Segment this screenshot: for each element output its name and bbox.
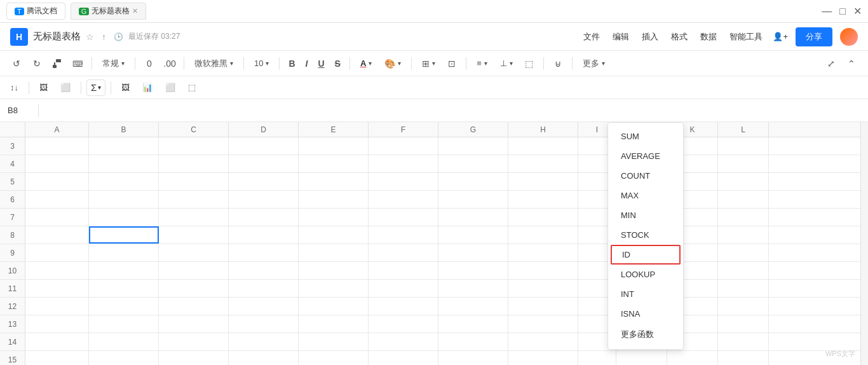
cell-a8[interactable] [25,226,89,244]
search-replace-button[interactable]: ⬚ [183,79,201,97]
col-header-l[interactable]: L [718,122,769,137]
cell-l11[interactable] [718,280,769,297]
align-h-dropdown[interactable]: ≡ ▾ [471,55,492,72]
cell-b6[interactable] [89,191,159,208]
cell-a4[interactable] [25,155,89,172]
col-header-a[interactable]: A [25,122,89,137]
browser-tab-2[interactable]: G 无标题表格 ✕ [71,3,147,20]
cell-g11[interactable] [438,280,508,297]
insert-link-button[interactable]: ⬜ [160,79,180,97]
cell-d5[interactable] [229,173,299,190]
cell-f7[interactable] [369,209,438,226]
cell-g12[interactable] [438,298,508,315]
dropdown-item-stock[interactable]: STOCK [608,225,683,245]
cell-c15[interactable] [159,351,229,365]
row-number-7[interactable]: 7 [0,209,25,226]
menu-edit[interactable]: 编辑 [613,31,629,43]
cell-f3[interactable] [369,137,438,155]
cell-a9[interactable] [25,244,89,261]
cell-l14[interactable] [718,333,769,350]
decimal-increase-button[interactable]: .00 [161,55,179,72]
sigma-dropdown[interactable]: Σ ▾ [86,79,105,96]
cell-l4[interactable] [718,155,769,172]
row-number-11[interactable]: 11 [0,280,25,297]
cell-d13[interactable] [229,315,299,333]
cell-i15[interactable] [578,351,616,365]
avatar[interactable] [840,28,858,46]
more-dropdown[interactable]: 更多 ▾ [578,55,610,72]
cell-b14[interactable] [89,333,159,350]
col-header-h[interactable]: H [508,122,578,137]
strikethrough-button[interactable]: S [331,55,344,72]
cell-e14[interactable] [299,333,369,350]
cell-a14[interactable] [25,333,89,350]
cell-c8[interactable] [159,226,229,244]
font-color-dropdown[interactable]: A ▾ [355,55,377,72]
cell-e3[interactable] [299,137,369,155]
dropdown-item-lookup[interactable]: LOOKUP [608,265,683,284]
underline-button[interactable]: U [314,55,328,72]
cell-h12[interactable] [508,298,578,315]
dropdown-item-count[interactable]: COUNT [608,166,683,186]
cell-b3[interactable] [89,137,159,155]
cell-a10[interactable] [25,262,89,279]
menu-data[interactable]: 数据 [700,31,717,43]
cell-c9[interactable] [159,244,229,261]
dropdown-item-id[interactable]: ID [611,245,681,265]
cell-f10[interactable] [369,262,438,279]
cell-h7[interactable] [508,209,578,226]
cell-h6[interactable] [508,191,578,208]
cell-b4[interactable] [89,155,159,172]
close-icon[interactable]: ✕ [853,5,862,17]
row-number-3[interactable]: 3 [0,137,25,155]
row-number-15[interactable]: 15 [0,351,25,365]
export-icon[interactable]: ↑ [102,32,106,42]
cell-f11[interactable] [369,280,438,297]
cell-e8[interactable] [299,226,369,244]
cell-c4[interactable] [159,155,229,172]
cell-h9[interactable] [508,244,578,261]
italic-button[interactable]: I [302,55,312,72]
cell-c13[interactable] [159,315,229,333]
cell-d6[interactable] [229,191,299,208]
col-header-e[interactable]: E [299,122,369,137]
cell-c7[interactable] [159,209,229,226]
cell-a12[interactable] [25,298,89,315]
cell-f12[interactable] [369,298,438,315]
cell-g10[interactable] [438,262,508,279]
cell-d14[interactable] [229,333,299,350]
cell-c5[interactable] [159,173,229,190]
filter-button[interactable]: ⊎ [549,55,567,72]
cell-g15[interactable] [438,351,508,365]
cell-d11[interactable] [229,280,299,297]
menu-file[interactable]: 文件 [583,31,600,43]
minimize-icon[interactable]: — [822,6,832,17]
bold-button[interactable]: B [285,55,299,72]
row-number-6[interactable]: 6 [0,191,25,208]
cell-e12[interactable] [299,298,369,315]
cell-b11[interactable] [89,280,159,297]
cell-g8[interactable] [438,226,508,244]
cell-g5[interactable] [438,173,508,190]
cell-a13[interactable] [25,315,89,333]
add-member-button[interactable]: 👤+ [773,32,788,41]
format-brush-button[interactable] [48,55,66,72]
cell-g4[interactable] [438,155,508,172]
decimal-decrease-button[interactable]: 0 [140,55,158,72]
cell-c6[interactable] [159,191,229,208]
menu-format[interactable]: 格式 [671,31,688,43]
row-number-13[interactable]: 13 [0,315,25,333]
cell-f14[interactable] [369,333,438,350]
cell-h11[interactable] [508,280,578,297]
cell-e10[interactable] [299,262,369,279]
cell-l6[interactable] [718,191,769,208]
row-number-14[interactable]: 14 [0,333,25,350]
insert-chart-button[interactable]: 📊 [137,79,158,97]
col-header-b[interactable]: B [89,122,159,137]
cell-c11[interactable] [159,280,229,297]
cell-e9[interactable] [299,244,369,261]
cell-h14[interactable] [508,333,578,350]
cell-e11[interactable] [299,280,369,297]
data-validation-button[interactable]: ⬜ [55,79,76,97]
cell-e15[interactable] [299,351,369,365]
